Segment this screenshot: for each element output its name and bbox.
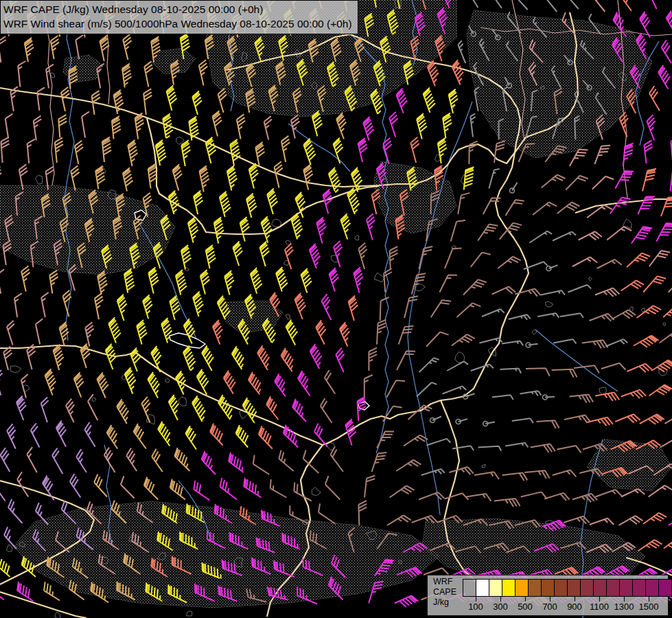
legend-model-label: WRF bbox=[433, 577, 456, 587]
legend-swatch bbox=[658, 579, 672, 597]
title-line-windshear: WRF Wind shear (m/s) 500/1000hPa Wednesd… bbox=[3, 16, 352, 31]
legend-swatch bbox=[528, 579, 542, 597]
legend-swatch bbox=[567, 579, 581, 597]
legend-tick bbox=[624, 596, 625, 602]
legend-colorbar bbox=[463, 579, 672, 595]
legend-swatch bbox=[554, 579, 568, 597]
legend-tick bbox=[599, 596, 600, 602]
legend-swatch bbox=[515, 579, 529, 597]
legend-tick bbox=[649, 596, 649, 602]
legend-swatch bbox=[541, 579, 555, 597]
cape-legend: WRF CAPE J/kg 10030050070090011001300150… bbox=[427, 575, 669, 616]
legend-tick bbox=[525, 596, 526, 602]
legend-swatch bbox=[580, 579, 594, 597]
legend-swatch bbox=[632, 579, 646, 597]
legend-unit-label: J/kg bbox=[433, 597, 456, 608]
legend-swatch bbox=[502, 579, 515, 597]
legend-swatch bbox=[593, 579, 607, 597]
legend-swatch bbox=[463, 579, 476, 597]
legend-swatch bbox=[619, 579, 633, 597]
legend-tick bbox=[550, 596, 551, 602]
legend-swatch bbox=[489, 579, 502, 597]
wind-barb bbox=[545, 397, 555, 398]
map-title-overlay: WRF CAPE (J/kg) Wednesday 08-10-2025 00:… bbox=[0, 0, 358, 34]
legend-tick bbox=[575, 596, 575, 602]
title-line-cape: WRF CAPE (J/kg) Wednesday 08-10-2025 00:… bbox=[3, 2, 352, 16]
legend-swatch bbox=[476, 579, 489, 597]
legend-tick bbox=[500, 596, 501, 602]
legend-swatch bbox=[645, 579, 659, 597]
map-root: WRF CAPE (J/kg) Wednesday 08-10-2025 00:… bbox=[0, 0, 672, 618]
legend-tick bbox=[476, 596, 476, 602]
legend-swatch bbox=[606, 579, 620, 597]
legend-tick-label: 1500 bbox=[634, 602, 664, 612]
legend-labels: WRF CAPE J/kg bbox=[433, 577, 456, 608]
weather-map[interactable] bbox=[0, 0, 672, 618]
legend-parameter-label: CAPE bbox=[433, 587, 456, 597]
